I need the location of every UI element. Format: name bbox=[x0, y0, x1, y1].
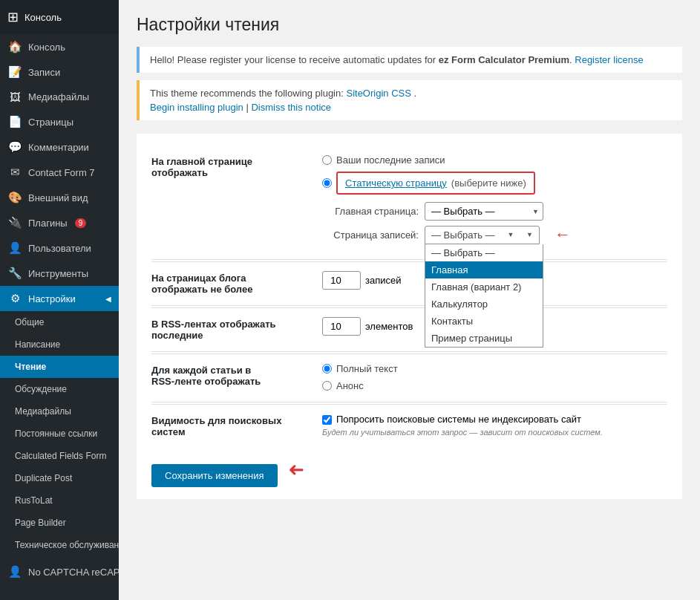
dismiss-notice-link[interactable]: Dismiss this notice bbox=[251, 102, 331, 113]
tools-icon: 🔧 bbox=[7, 267, 22, 280]
settings-form: На главной страницеотображать Ваши после… bbox=[137, 134, 682, 499]
dropdown-option[interactable]: Калькулятор bbox=[425, 296, 543, 313]
posts-page-trigger[interactable]: — Выбрать — ▼ bbox=[425, 226, 540, 244]
sidebar-logo-label: Консоль bbox=[24, 12, 62, 23]
dropdown-list: — Выбрать — Главная Главная (вариант 2) … bbox=[425, 244, 543, 348]
dropdown-value: — Выбрать — bbox=[431, 229, 495, 241]
dropdown-option[interactable]: Главная (вариант 2) bbox=[425, 278, 543, 296]
dropdown-option[interactable]: Пример страницы bbox=[425, 330, 543, 347]
arrow-annotation: ← bbox=[555, 225, 571, 244]
subitem-label: Чтение bbox=[15, 362, 46, 372]
install-plugin-link[interactable]: Begin installing plugin bbox=[150, 102, 243, 113]
wordpress-icon: ⊞ bbox=[7, 9, 19, 25]
static-page-link[interactable]: Статическую страницу bbox=[345, 177, 447, 189]
settings-icon: ⚙ bbox=[7, 292, 22, 305]
subitem-label: Page Builder bbox=[15, 518, 66, 528]
plugins-badge: 9 bbox=[75, 218, 87, 228]
blog-posts-count-row: На страницах блогаотображать не более за… bbox=[151, 261, 667, 304]
save-button[interactable]: Сохранить изменения bbox=[151, 464, 278, 487]
save-row: Сохранить изменения ➜ bbox=[151, 452, 667, 487]
rss-display-radio-group: Полный текст Анонс bbox=[322, 363, 667, 391]
sidebar-item-console[interactable]: 🏠 Консоль bbox=[0, 34, 119, 59]
sidebar-item-contact7[interactable]: ✉ Contact Form 7 bbox=[0, 160, 119, 185]
sidebar-subitem-permalinks[interactable]: Постоянные ссылки bbox=[0, 423, 119, 445]
radio-full-text: Полный текст bbox=[322, 363, 667, 374]
sidebar-subitem-calc[interactable]: Calculated Fields Form bbox=[0, 445, 119, 467]
radio-latest-input[interactable] bbox=[322, 155, 332, 165]
appearance-icon: 🎨 bbox=[7, 191, 22, 204]
homepage-select[interactable]: — Выбрать — Главная Главная (вариант 2) … bbox=[425, 202, 543, 221]
sidebar-subitem-pagebuilder[interactable]: Page Builder bbox=[0, 512, 119, 534]
subitem-label: Общие bbox=[15, 317, 44, 327]
noindex-label: Попросить поисковые системы не индексиро… bbox=[336, 414, 581, 425]
homepage-select-wrapper: — Выбрать — Главная Главная (вариант 2) … bbox=[425, 202, 543, 221]
sidebar-subitem-writing[interactable]: Написание bbox=[0, 333, 119, 356]
radio-excerpt: Анонс bbox=[322, 380, 667, 391]
siteorigin-link[interactable]: SiteOrigin CSS bbox=[346, 88, 410, 99]
brand-name: ez Form Calculator Premium bbox=[439, 54, 569, 65]
noindex-checkbox[interactable] bbox=[322, 415, 332, 425]
sidebar-item-pages[interactable]: 📄 Страницы bbox=[0, 109, 119, 134]
subitem-label: Calculated Fields Form bbox=[15, 451, 106, 461]
sidebar-item-posts[interactable]: 📝 Записи bbox=[0, 59, 119, 85]
sidebar-subitem-general[interactable]: Общие bbox=[0, 311, 119, 333]
sidebar-item-label: Пользователи bbox=[28, 243, 91, 254]
dropdown-chevron-icon: ▼ bbox=[507, 231, 514, 238]
noindex-checkbox-row: Попросить поисковые системы не индексиро… bbox=[322, 414, 667, 425]
sidebar-item-label: Консоль bbox=[28, 42, 65, 53]
register-license-link[interactable]: Register license bbox=[575, 54, 644, 65]
sidebar-subitem-media[interactable]: Медиафайлы bbox=[0, 400, 119, 423]
sidebar-item-appearance[interactable]: 🎨 Внешний вид bbox=[0, 185, 119, 210]
main-content: Настройки чтения Hello! Please register … bbox=[119, 0, 700, 600]
dropdown-option-glavnaya[interactable]: Главная bbox=[425, 261, 543, 278]
rss-count-input[interactable] bbox=[322, 317, 361, 336]
rss-display-value: Полный текст Анонс bbox=[322, 363, 667, 391]
radio-static-page: Статическую страницу (выберите ниже) bbox=[322, 172, 667, 195]
posts-page-select-row: Страница записей: — Выбрать — ▼ — Выбрат… bbox=[322, 225, 667, 244]
sidebar-subitem-reading[interactable]: Чтение bbox=[0, 356, 119, 378]
sidebar-item-users[interactable]: 👤 Пользователи bbox=[0, 235, 119, 261]
plugins-icon: 🔌 bbox=[7, 216, 22, 229]
sidebar-item-settings[interactable]: ⚙ Настройки ◀ bbox=[0, 286, 119, 311]
pages-icon: 📄 bbox=[7, 115, 22, 128]
sidebar-item-comments[interactable]: 💬 Комментарии bbox=[0, 134, 119, 160]
subitem-label: Медиафайлы bbox=[15, 406, 71, 417]
sidebar-subitem-duplicate[interactable]: Duplicate Post bbox=[0, 467, 119, 489]
notice-yellow-main: This theme recommends the following plug… bbox=[150, 88, 672, 99]
sidebar-item-media[interactable]: 🖼 Медиафайлы bbox=[0, 85, 119, 109]
rss-display-label: Для каждой статьи вRSS-ленте отображать bbox=[151, 363, 322, 387]
captcha-icon: 👤 bbox=[7, 565, 22, 578]
homepage-display-row: На главной страницеотображать Ваши после… bbox=[151, 146, 667, 258]
sidebar-item-plugins[interactable]: 🔌 Плагины 9 bbox=[0, 210, 119, 235]
save-arrow-icon: ➜ bbox=[288, 458, 304, 481]
rss-display-row: Для каждой статьи вRSS-ленте отображать … bbox=[151, 353, 667, 400]
sidebar-logo[interactable]: ⊞ Консоль bbox=[0, 0, 119, 34]
subitem-label: Написание bbox=[15, 339, 60, 350]
sidebar-item-tools[interactable]: 🔧 Инструменты bbox=[0, 261, 119, 286]
radio-static-input[interactable] bbox=[322, 178, 332, 188]
subitem-label: Обсуждение bbox=[15, 384, 67, 394]
subitem-label: Duplicate Post bbox=[15, 473, 72, 483]
sidebar-subitem-maintenance[interactable]: Техническое обслуживание bbox=[0, 534, 119, 556]
subitem-label: Постоянные ссылки bbox=[15, 428, 97, 439]
sidebar: ⊞ Консоль 🏠 Консоль 📝 Записи 🖼 Медиафайл… bbox=[0, 0, 119, 600]
dropdown-option[interactable]: Контакты bbox=[425, 313, 543, 330]
sidebar-item-nocaptcha[interactable]: 👤 No CAPTCHA reCAPTCHA bbox=[0, 559, 119, 584]
radio-excerpt-input[interactable] bbox=[322, 381, 332, 391]
media-icon: 🖼 bbox=[7, 91, 22, 103]
sidebar-item-label: Страницы bbox=[28, 117, 73, 128]
console-icon: 🏠 bbox=[7, 40, 22, 53]
sidebar-item-label: Записи bbox=[28, 67, 60, 78]
sidebar-item-label: Инструменты bbox=[28, 268, 88, 279]
homepage-radio-group: Ваши последние записи Статическую страни… bbox=[322, 154, 667, 195]
notice-blue-text: Hello! Please register your license to r… bbox=[150, 54, 575, 65]
sidebar-subitem-discussion[interactable]: Обсуждение bbox=[0, 378, 119, 400]
dropdown-option[interactable]: — Выбрать — bbox=[425, 244, 543, 261]
notice-blue: Hello! Please register your license to r… bbox=[137, 47, 682, 73]
sidebar-subitem-rustolat[interactable]: RusToLat bbox=[0, 489, 119, 512]
radio-full-text-input[interactable] bbox=[322, 364, 332, 374]
page-title: Настройки чтения bbox=[137, 15, 682, 35]
posts-per-page-input[interactable] bbox=[322, 271, 361, 290]
noindex-note: Будет ли учитываться этот запрос — завис… bbox=[322, 428, 667, 437]
users-icon: 👤 bbox=[7, 241, 22, 255]
